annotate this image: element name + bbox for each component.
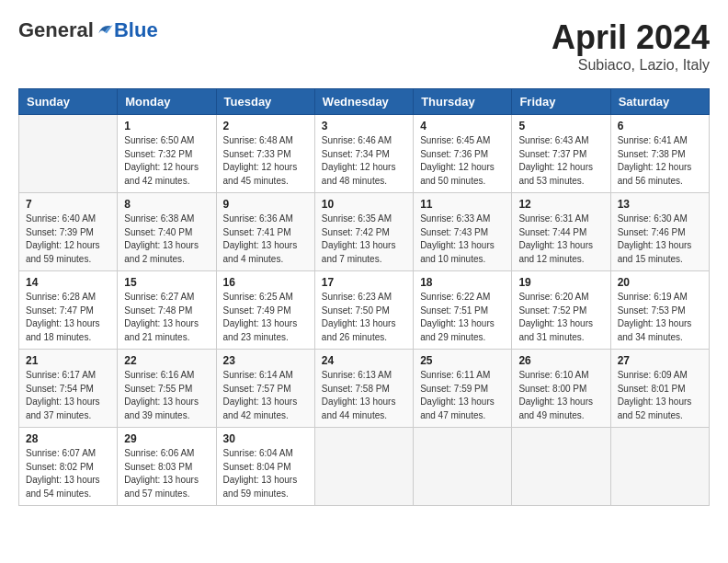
table-row: 12Sunrise: 6:31 AMSunset: 7:44 PMDayligh… <box>512 193 610 271</box>
day-info: Sunrise: 6:38 AMSunset: 7:40 PMDaylight:… <box>124 213 209 266</box>
header-monday: Monday <box>118 89 216 115</box>
logo-bird-icon <box>96 21 114 40</box>
table-row <box>414 428 512 506</box>
day-info: Sunrise: 6:35 AMSunset: 7:42 PMDaylight:… <box>322 213 406 266</box>
day-info: Sunrise: 6:14 AMSunset: 7:57 PMDaylight:… <box>223 369 308 422</box>
day-info: Sunrise: 6:46 AMSunset: 7:34 PMDaylight:… <box>322 134 406 188</box>
table-row: 18Sunrise: 6:22 AMSunset: 7:51 PMDayligh… <box>414 271 512 350</box>
day-number: 25 <box>420 354 505 367</box>
table-row: 14Sunrise: 6:28 AMSunset: 7:47 PMDayligh… <box>19 271 118 350</box>
table-row: 5Sunrise: 6:43 AMSunset: 7:37 PMDaylight… <box>512 115 610 193</box>
day-number: 23 <box>223 354 308 367</box>
calendar-week-row: 21Sunrise: 6:17 AMSunset: 7:54 PMDayligh… <box>19 350 710 428</box>
table-row: 8Sunrise: 6:38 AMSunset: 7:40 PMDaylight… <box>118 193 216 271</box>
day-number: 29 <box>124 432 209 445</box>
location-subtitle: Subiaco, Lazio, Italy <box>552 57 710 74</box>
day-number: 22 <box>124 354 209 367</box>
table-row: 4Sunrise: 6:45 AMSunset: 7:36 PMDaylight… <box>414 115 512 193</box>
table-row: 29Sunrise: 6:06 AMSunset: 8:03 PMDayligh… <box>118 428 216 506</box>
table-row: 10Sunrise: 6:35 AMSunset: 7:42 PMDayligh… <box>314 193 413 271</box>
day-number: 11 <box>420 198 505 211</box>
day-number: 27 <box>618 354 702 367</box>
day-info: Sunrise: 6:40 AMSunset: 7:39 PMDaylight:… <box>26 213 110 266</box>
day-number: 6 <box>618 120 702 132</box>
table-row: 17Sunrise: 6:23 AMSunset: 7:50 PMDayligh… <box>314 271 413 350</box>
table-row: 15Sunrise: 6:27 AMSunset: 7:48 PMDayligh… <box>118 271 216 350</box>
day-info: Sunrise: 6:11 AMSunset: 7:59 PMDaylight:… <box>420 369 505 422</box>
day-number: 13 <box>618 198 702 211</box>
day-info: Sunrise: 6:16 AMSunset: 7:55 PMDaylight:… <box>124 369 209 422</box>
day-number: 4 <box>420 120 505 132</box>
day-number: 7 <box>26 198 110 211</box>
logo: General Blue <box>18 18 158 42</box>
day-info: Sunrise: 6:22 AMSunset: 7:51 PMDaylight:… <box>420 291 505 344</box>
day-info: Sunrise: 6:25 AMSunset: 7:49 PMDaylight:… <box>223 291 308 344</box>
table-row <box>610 428 709 506</box>
day-number: 20 <box>618 276 702 289</box>
table-row: 20Sunrise: 6:19 AMSunset: 7:53 PMDayligh… <box>610 271 709 350</box>
day-info: Sunrise: 6:10 AMSunset: 8:00 PMDaylight:… <box>518 369 603 422</box>
table-row: 9Sunrise: 6:36 AMSunset: 7:41 PMDaylight… <box>216 193 314 271</box>
day-number: 16 <box>223 276 308 289</box>
header-thursday: Thursday <box>414 89 512 115</box>
table-row: 23Sunrise: 6:14 AMSunset: 7:57 PMDayligh… <box>216 350 314 428</box>
day-number: 10 <box>322 198 406 211</box>
day-info: Sunrise: 6:48 AMSunset: 7:33 PMDaylight:… <box>223 134 308 188</box>
calendar-header-row: Sunday Monday Tuesday Wednesday Thursday… <box>19 89 710 115</box>
day-number: 28 <box>26 432 110 445</box>
day-info: Sunrise: 6:31 AMSunset: 7:44 PMDaylight:… <box>518 213 603 266</box>
page-header: General Blue April 2024 Subiaco, Lazio, … <box>18 18 710 74</box>
day-number: 8 <box>124 198 209 211</box>
day-info: Sunrise: 6:19 AMSunset: 7:53 PMDaylight:… <box>618 291 702 344</box>
header-wednesday: Wednesday <box>314 89 413 115</box>
day-number: 5 <box>518 120 603 132</box>
table-row: 27Sunrise: 6:09 AMSunset: 8:01 PMDayligh… <box>610 350 709 428</box>
calendar-week-row: 7Sunrise: 6:40 AMSunset: 7:39 PMDaylight… <box>19 193 710 271</box>
table-row: 16Sunrise: 6:25 AMSunset: 7:49 PMDayligh… <box>216 271 314 350</box>
table-row: 2Sunrise: 6:48 AMSunset: 7:33 PMDaylight… <box>216 115 314 193</box>
day-number: 17 <box>322 276 406 289</box>
day-info: Sunrise: 6:33 AMSunset: 7:43 PMDaylight:… <box>420 213 505 266</box>
day-info: Sunrise: 6:36 AMSunset: 7:41 PMDaylight:… <box>223 213 308 266</box>
day-info: Sunrise: 6:06 AMSunset: 8:03 PMDaylight:… <box>124 447 209 500</box>
day-info: Sunrise: 6:04 AMSunset: 8:04 PMDaylight:… <box>223 447 308 500</box>
day-number: 18 <box>420 276 505 289</box>
logo-general: General <box>18 18 94 42</box>
table-row: 25Sunrise: 6:11 AMSunset: 7:59 PMDayligh… <box>414 350 512 428</box>
day-info: Sunrise: 6:43 AMSunset: 7:37 PMDaylight:… <box>518 134 603 188</box>
day-info: Sunrise: 6:20 AMSunset: 7:52 PMDaylight:… <box>518 291 603 344</box>
table-row <box>512 428 610 506</box>
header-sunday: Sunday <box>19 89 118 115</box>
table-row: 19Sunrise: 6:20 AMSunset: 7:52 PMDayligh… <box>512 271 610 350</box>
calendar-week-row: 28Sunrise: 6:07 AMSunset: 8:02 PMDayligh… <box>19 428 710 506</box>
day-number: 3 <box>322 120 406 132</box>
day-info: Sunrise: 6:27 AMSunset: 7:48 PMDaylight:… <box>124 291 209 344</box>
table-row: 3Sunrise: 6:46 AMSunset: 7:34 PMDaylight… <box>314 115 413 193</box>
day-info: Sunrise: 6:23 AMSunset: 7:50 PMDaylight:… <box>322 291 406 344</box>
title-block: April 2024 Subiaco, Lazio, Italy <box>552 18 710 74</box>
month-title: April 2024 <box>552 18 710 57</box>
table-row: 13Sunrise: 6:30 AMSunset: 7:46 PMDayligh… <box>610 193 709 271</box>
day-number: 1 <box>124 120 209 132</box>
table-row <box>314 428 413 506</box>
day-number: 21 <box>26 354 110 367</box>
day-info: Sunrise: 6:30 AMSunset: 7:46 PMDaylight:… <box>618 213 702 266</box>
day-number: 24 <box>322 354 406 367</box>
day-number: 9 <box>223 198 308 211</box>
calendar-week-row: 1Sunrise: 6:50 AMSunset: 7:32 PMDaylight… <box>19 115 710 193</box>
day-info: Sunrise: 6:41 AMSunset: 7:38 PMDaylight:… <box>618 134 702 188</box>
day-number: 15 <box>124 276 209 289</box>
table-row: 7Sunrise: 6:40 AMSunset: 7:39 PMDaylight… <box>19 193 118 271</box>
day-number: 14 <box>26 276 110 289</box>
header-friday: Friday <box>512 89 610 115</box>
table-row: 22Sunrise: 6:16 AMSunset: 7:55 PMDayligh… <box>118 350 216 428</box>
logo-blue: Blue <box>114 18 158 42</box>
table-row: 24Sunrise: 6:13 AMSunset: 7:58 PMDayligh… <box>314 350 413 428</box>
header-saturday: Saturday <box>610 89 709 115</box>
day-info: Sunrise: 6:17 AMSunset: 7:54 PMDaylight:… <box>26 369 110 422</box>
day-info: Sunrise: 6:50 AMSunset: 7:32 PMDaylight:… <box>124 134 209 188</box>
day-info: Sunrise: 6:13 AMSunset: 7:58 PMDaylight:… <box>322 369 406 422</box>
day-number: 19 <box>518 276 603 289</box>
day-info: Sunrise: 6:07 AMSunset: 8:02 PMDaylight:… <box>26 447 110 500</box>
calendar-week-row: 14Sunrise: 6:28 AMSunset: 7:47 PMDayligh… <box>19 271 710 350</box>
